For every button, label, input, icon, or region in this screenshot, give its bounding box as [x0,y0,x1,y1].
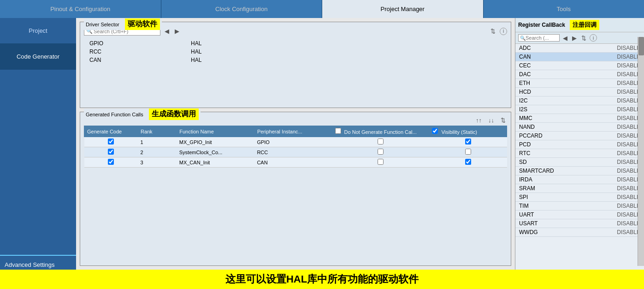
no-gen-checkbox-1[interactable] [378,138,384,144]
right-info-icon[interactable]: i [590,34,597,42]
col-function-name: Function Name [177,126,254,137]
col-visibility: Visibility (Static) [429,126,507,137]
no-gen-cell [332,147,429,157]
col-rank: Rank [137,126,176,137]
peripheral-cell: CAN [254,157,332,168]
tab-tools[interactable]: Tools [484,0,644,18]
function-cell: SystemClock_Co... [177,147,254,157]
right-panel-header: Register CallBack 注册回调 [515,18,644,32]
prev-icon[interactable]: ◀ [163,28,171,35]
function-cell: MX_CAN_Init [177,157,254,168]
no-gen-cell [332,157,429,168]
table-row: 3 MX_CAN_Init CAN [84,157,507,168]
scrollbar[interactable] [638,37,644,266]
sidebar-item-code-generator[interactable]: Code Generator [0,44,76,70]
list-item[interactable]: I2C DISABLE [515,96,644,105]
list-item[interactable]: SMARTCARD DISABLE [515,167,644,175]
tab-clock[interactable]: Clock Configuration [161,0,323,18]
list-item[interactable]: PCCARD DISABLE [515,132,644,140]
list-item[interactable]: GPIO HAL [84,39,507,48]
right-search-icon: 🔍 [520,36,526,41]
driver-type: HAL [191,48,283,55]
col-generate-code: Generate Code [84,126,138,137]
right-search-input[interactable] [526,35,558,41]
list-item[interactable]: HCD DISABLE [515,88,644,96]
list-item[interactable]: NAND DISABLE [515,123,644,132]
list-item[interactable]: SPI DISABLE [515,193,644,202]
move-up-icon[interactable]: ↑↑ [474,117,483,124]
generate-checkbox-1[interactable] [108,138,114,144]
list-item[interactable]: UART DISABLE [515,211,644,219]
table-row: 2 SystemClock_Co... RCC [84,147,507,157]
gen-func-title: Generated Function Calls [86,112,143,117]
right-panel: Register CallBack 注册回调 🔍 ◀ ▶ ⇅ i ADC DIS… [515,18,644,289]
sidebar-item-project[interactable]: Project [0,18,76,44]
info-icon[interactable]: i [500,28,507,35]
generate-checkbox-2[interactable] [108,149,114,155]
list-item[interactable]: ADC DISABLE [515,44,644,53]
move-down-icon[interactable]: ↓↓ [487,117,496,124]
visibility-cell [429,147,507,157]
no-gen-checkbox-2[interactable] [378,149,384,155]
visibility-checkbox-3[interactable] [465,159,471,165]
rank-cell: 1 [137,137,176,147]
right-search-box[interactable]: 🔍 [518,34,560,42]
list-item[interactable]: DAC DISABLE [515,70,644,79]
generate-checkbox-3[interactable] [108,159,114,165]
list-item[interactable]: MMC DISABLE [515,114,644,123]
list-item[interactable]: CAN DISABLE [515,53,644,61]
right-prev-icon[interactable]: ◀ [561,35,569,42]
left-sidebar: Project Code Generator Advanced Settings… [0,18,76,289]
sort-icon[interactable]: ⇅ [489,28,497,35]
next-icon[interactable]: ▶ [173,28,181,35]
gen-func-panel: Generated Function Calls 生成函数调用 ↑↑ ↓↓ ⇅ [80,112,511,266]
driver-type: HAL [191,57,283,63]
col-visibility-checkbox[interactable] [432,128,438,134]
visibility-cell [429,157,507,168]
top-tabs: Pinout & Configuration Clock Configurati… [0,0,644,18]
list-item[interactable]: WWDG DISABLE [515,228,644,237]
func-table: Generate Code Rank Function Name Periphe… [84,126,507,168]
generate-cell [84,157,138,168]
driver-name: CAN [89,57,191,63]
function-cell: MX_GPIO_Init [177,137,254,147]
driver-selector-panel: Driver Selector 驱动软件 🔍 ◀ ▶ ⇅ i [80,22,511,108]
main-layout: Project Code Generator Advanced Settings… [0,18,644,289]
visibility-cell [429,137,507,147]
rank-cell: 3 [137,157,176,168]
list-item[interactable]: CAN HAL [84,56,507,64]
list-item[interactable]: TIM DISABLE [515,202,644,211]
register-callback-annotation: 注册回调 [570,20,599,30]
table-row: 1 MX_GPIO_Init GPIO [84,137,507,147]
list-item[interactable]: RCC HAL [84,48,507,56]
no-gen-checkbox-3[interactable] [378,159,384,165]
list-item[interactable]: RTC DISABLE [515,149,644,158]
register-callback-title: Register CallBack [518,22,565,28]
rank-cell: 2 [137,147,176,157]
generate-cell [84,137,138,147]
driver-name: GPIO [89,40,191,47]
list-item[interactable]: PCD DISABLE [515,140,644,149]
list-item[interactable]: IRDA DISABLE [515,175,644,184]
col-no-generate: Do Not Generate Function Cal... [332,126,429,137]
col-no-generate-checkbox[interactable] [335,128,341,134]
tab-pinout[interactable]: Pinout & Configuration [0,0,161,18]
right-sort-icon[interactable]: ⇅ [580,35,588,42]
list-item[interactable]: SRAM DISABLE [515,184,644,193]
sort-func-icon[interactable]: ⇅ [499,117,507,124]
list-item[interactable]: CEC DISABLE [515,61,644,70]
tab-project-manager[interactable]: Project Manager [322,0,484,18]
visibility-checkbox-2[interactable] [465,149,471,155]
list-item[interactable]: ETH DISABLE [515,79,644,88]
generate-cell [84,147,138,157]
list-item[interactable]: I2S DISABLE [515,105,644,114]
driver-selector-annotation: 驱动软件 [125,18,160,30]
right-list: ADC DISABLE CAN DISABLE CEC DISABLE DAC … [515,44,644,289]
right-next-icon[interactable]: ▶ [571,35,578,42]
scrollbar-thumb[interactable] [638,37,644,55]
visibility-checkbox-1[interactable] [465,138,471,144]
driver-type: HAL [191,40,283,47]
list-item[interactable]: SD DISABLE [515,158,644,167]
list-item[interactable]: USART DISABLE [515,219,644,228]
driver-selector-title: Driver Selector [86,22,119,27]
